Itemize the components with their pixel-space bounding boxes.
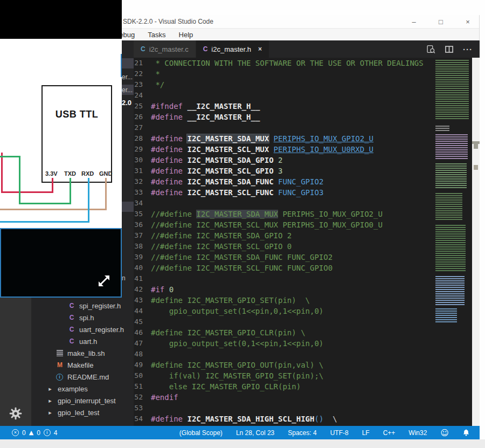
file-label: spi_register.h (79, 302, 121, 310)
tab-bar: Ci2c_master.cCi2c_master.h× (134, 40, 480, 58)
minimap-band (435, 308, 457, 322)
overlay-border-edge (121, 54, 122, 77)
code-text: //#define I2C_MASTER_SDA_GPIO 2 (151, 230, 292, 241)
explorer-item-Makefile[interactable]: MMakefile (31, 359, 134, 371)
code-text: //#define I2C_MASTER_SCL_FUNC FUNC_GPIO0 (151, 263, 332, 273)
line-number: 51 (134, 381, 151, 392)
status-spaces-4[interactable]: Spaces: 4 (288, 429, 316, 437)
line-number: 30 (134, 155, 151, 166)
video-black-bar-top (0, 0, 122, 39)
maximize-button[interactable]: □ (437, 18, 445, 26)
explorer-item-gpio_led_test[interactable]: ▸gpio_led_test (31, 406, 134, 418)
menu-help[interactable]: Help (179, 31, 193, 39)
more-actions-icon[interactable]: ··· (463, 45, 473, 54)
code-text: #define I2C_MASTER_GPIO_CLR(pin) \ (151, 327, 306, 338)
explorer-item-uart_register.h[interactable]: Cuart_register.h (31, 323, 134, 335)
resize-arrow-icon[interactable] (95, 272, 113, 292)
tab-i2c_master.c[interactable]: Ci2c_master.c (134, 40, 196, 58)
code-text: #define __I2C_MASTER_H__ (151, 112, 260, 122)
minimap-band (435, 134, 468, 160)
status-ln-28-col-23[interactable]: Ln 28, Col 23 (236, 429, 274, 437)
minimap-band (435, 60, 469, 119)
line-number: 41 (134, 273, 151, 284)
explorer-item-spi_register.h[interactable]: Cspi_register.h (31, 300, 134, 312)
pin-label-rxd: RXD (81, 170, 94, 177)
status-utf-8[interactable]: UTF-8 (330, 429, 349, 437)
line-number: 43 (134, 295, 151, 306)
minimap-band (435, 163, 467, 188)
code-text: #define I2C_MASTER_SCL_MUX PERIPHS_IO_MU… (151, 144, 373, 155)
line-number: 50 (134, 370, 151, 381)
problems-indicators[interactable]: ×0▲0i4 (0, 429, 58, 437)
code-editor[interactable]: 21 * CONNECTION WITH THE SOFTWARE OR THE… (134, 58, 472, 426)
code-line: 31#define I2C_MASTER_SCL_GPIO 3 (134, 166, 472, 176)
status-lf[interactable]: LF (362, 429, 370, 437)
line-number: 25 (134, 101, 151, 112)
line-number: 47 (134, 338, 151, 349)
status-bar: ×0▲0i4 (Global Scope)Ln 28, Col 23Spaces… (0, 426, 480, 439)
explorer-item-examples[interactable]: ▸examples (31, 383, 134, 395)
video-black-bar-bottom (0, 228, 122, 298)
code-text: //#define I2C_MASTER_SCL_MUX PERIPHS_IO_… (151, 219, 383, 230)
notifications-bell-icon[interactable] (462, 429, 470, 437)
line-number: 35 (134, 209, 151, 219)
settings-gear-icon[interactable] (9, 406, 23, 421)
code-text: if(val) I2C_MASTER_GPIO_SET(pin);\ (151, 370, 323, 381)
code-text: //#define I2C_MASTER_SDA_FUNC FUNC_GPIO2 (151, 252, 332, 263)
code-line: 25#ifndef __I2C_MASTER_H__ (134, 101, 472, 112)
status-c-[interactable]: C++ (383, 429, 396, 437)
scrollbar-marker (474, 165, 478, 170)
split-editor-icon[interactable] (445, 45, 454, 53)
code-line: 42#if 0 (134, 284, 472, 295)
usb-ttl-label: USB TTL (43, 109, 111, 120)
info-icon: i (44, 429, 51, 436)
file-label: gpio_interrupt_test (58, 397, 116, 405)
open-preview-icon[interactable] (426, 45, 435, 54)
info-file-icon: i (56, 374, 63, 381)
close-tab-icon[interactable]: × (258, 45, 262, 53)
line-number: 31 (134, 166, 151, 176)
video-overlay[interactable]: USB TTL 3.3V TXD RXD GND (0, 0, 122, 298)
minimize-button[interactable]: – (410, 18, 418, 26)
close-button[interactable]: × (464, 18, 472, 26)
menu-items: DebugTasksHelp (114, 29, 193, 40)
explorer-item-uart.h[interactable]: Cuart.h (31, 335, 134, 347)
explorer-item-make_lib.sh[interactable]: make_lib.sh (31, 347, 134, 359)
explorer-item-README.md[interactable]: iREADME.md (31, 371, 134, 383)
window-controls: – □ × (410, 15, 472, 29)
error-count: 0 (22, 429, 26, 437)
line-number: 36 (134, 219, 151, 230)
code-text: * (151, 68, 160, 79)
line-number: 49 (134, 360, 151, 370)
menu-tasks[interactable]: Tasks (148, 31, 165, 39)
scrollbar[interactable] (472, 58, 480, 426)
code-lines: 21 * CONNECTION WITH THE SOFTWARE OR THE… (134, 58, 472, 426)
line-number: 52 (134, 392, 151, 403)
explorer-item-spi.h[interactable]: Cspi.h (31, 312, 134, 323)
code-line: 44 gpio_output_set(1<<pin,0,1<<pin,0) (134, 306, 472, 316)
line-number: 38 (134, 241, 151, 252)
status-right: (Global Scope)Ln 28, Col 23Spaces: 4UTF-… (179, 428, 480, 438)
feedback-smiley-icon[interactable]: ☺ (440, 428, 449, 438)
wiring-diagram: USB TTL 3.3V TXD RXD GND (0, 39, 122, 228)
line-number: 48 (134, 349, 151, 360)
file-label: README.md (67, 373, 109, 381)
tab-i2c_master.h[interactable]: Ci2c_master.h× (196, 40, 269, 58)
code-text: gpio_output_set(1<<pin,0,1<<pin,0) (151, 306, 323, 316)
minimap[interactable] (434, 60, 471, 322)
code-line: 24 (134, 90, 472, 101)
code-line: 36//#define I2C_MASTER_SCL_MUX PERIPHS_I… (134, 219, 472, 230)
code-line: 29#define I2C_MASTER_SCL_MUX PERIPHS_IO_… (134, 144, 472, 155)
minimap-band (435, 276, 465, 305)
line-number: 26 (134, 112, 151, 122)
sidebar-fragment (122, 58, 134, 68)
status--global-scope-[interactable]: (Global Scope) (179, 429, 223, 437)
file-label: examples (58, 385, 88, 393)
status-win32[interactable]: Win32 (408, 429, 427, 437)
explorer-item-gpio_interrupt_test[interactable]: ▸gpio_interrupt_test (31, 395, 134, 406)
code-line: 45 (134, 316, 472, 327)
line-number: 29 (134, 144, 151, 155)
code-line: 47 gpio_output_set(0,1<<pin,1<<pin,0) (134, 338, 472, 349)
code-text: #define I2C_MASTER_SDA_GPIO 2 (151, 155, 282, 166)
code-line: 50 if(val) I2C_MASTER_GPIO_SET(pin);\ (134, 370, 472, 381)
